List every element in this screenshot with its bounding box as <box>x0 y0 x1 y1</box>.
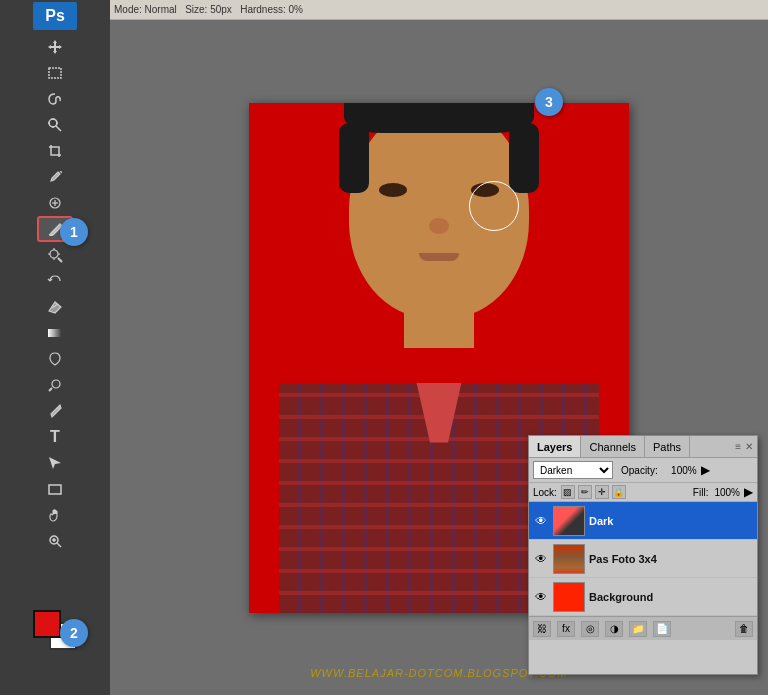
panel-close-icon[interactable]: ✕ <box>745 441 757 452</box>
thumb-pas-foto <box>553 544 585 574</box>
svg-point-17 <box>52 380 60 388</box>
nose <box>429 218 449 234</box>
tab-paths[interactable]: Paths <box>645 436 690 457</box>
blend-opacity-row: Darken Opacity: 100% ▶ <box>529 458 757 483</box>
gradient-tool[interactable] <box>37 320 73 346</box>
layers-tabs-bar: Layers Channels Paths ≡ ✕ <box>529 436 757 458</box>
opacity-arrow[interactable]: ▶ <box>701 463 710 477</box>
layer-background-name: Background <box>589 591 653 603</box>
mouth <box>419 253 459 261</box>
tool-group: T <box>0 34 110 554</box>
shape-tool[interactable] <box>37 476 73 502</box>
lock-fill-row: Lock: ▨ ✏ ✛ 🔒 Fill: 100% ▶ <box>529 483 757 502</box>
delete-layer-icon[interactable]: 🗑 <box>735 621 753 637</box>
hand-tool[interactable] <box>37 502 73 528</box>
lock-position-icon[interactable]: ✛ <box>595 485 609 499</box>
fill-label: Fill: <box>693 487 709 498</box>
layer-pas-foto[interactable]: 👁 Pas Foto 3x4 <box>529 540 757 578</box>
fill-value: 100% <box>714 487 740 498</box>
healing-brush-tool[interactable] <box>37 190 73 216</box>
face <box>349 103 529 318</box>
left-eye <box>379 183 407 197</box>
lock-image-icon[interactable]: ✏ <box>578 485 592 499</box>
eyedropper-tool[interactable] <box>37 164 73 190</box>
layer-fx-icon[interactable]: fx <box>557 621 575 637</box>
eye-background[interactable]: 👁 <box>533 589 549 605</box>
eye-pas-foto[interactable]: 👁 <box>533 551 549 567</box>
link-layers-icon[interactable]: ⛓ <box>533 621 551 637</box>
layers-bottom-bar: ⛓ fx ◎ ◑ 📁 📄 🗑 <box>529 616 757 640</box>
zoom-tool[interactable] <box>37 528 73 554</box>
history-brush-tool[interactable] <box>37 268 73 294</box>
thumb-background <box>553 582 585 612</box>
opacity-value: 100% <box>662 465 697 476</box>
foreground-color-box[interactable] <box>33 610 61 638</box>
thumb-dark <box>553 506 585 536</box>
panel-menu-icon[interactable]: ≡ <box>735 441 745 452</box>
layers-list: 👁 Dark 👁 Pas Foto 3x4 👁 Background <box>529 502 757 616</box>
lasso-tool[interactable] <box>37 86 73 112</box>
eraser-tool[interactable] <box>37 294 73 320</box>
hair-left <box>339 123 369 193</box>
options-bar: Mode: Normal Size: 50px Hardness: 0% <box>110 0 768 20</box>
add-mask-icon[interactable]: ◎ <box>581 621 599 637</box>
svg-point-10 <box>50 250 58 258</box>
layer-background[interactable]: 👁 Background <box>529 578 757 616</box>
lock-all-icon[interactable]: 🔒 <box>612 485 626 499</box>
right-eye <box>471 183 499 197</box>
adjustment-icon[interactable]: ◑ <box>605 621 623 637</box>
lock-label: Lock: <box>533 487 557 498</box>
hair-right <box>509 123 539 193</box>
svg-line-21 <box>57 543 61 547</box>
blend-mode-select[interactable]: Darken <box>533 461 613 479</box>
new-layer-icon[interactable]: 📄 <box>653 621 671 637</box>
hair <box>344 103 534 133</box>
svg-point-2 <box>49 119 57 127</box>
blur-tool[interactable] <box>37 346 73 372</box>
svg-line-18 <box>49 388 52 391</box>
layer-dark-name: Dark <box>589 515 613 527</box>
move-tool[interactable] <box>37 34 73 60</box>
lock-icons: ▨ ✏ ✛ 🔒 <box>561 485 626 499</box>
svg-line-1 <box>56 126 61 131</box>
clone-stamp-tool[interactable] <box>37 242 73 268</box>
svg-rect-19 <box>49 485 61 494</box>
badge-3: 3 <box>535 88 563 116</box>
eye-dark[interactable]: 👁 <box>533 513 549 529</box>
options-text: Mode: Normal Size: 50px Hardness: 0% <box>114 4 303 15</box>
badge-1: 1 <box>60 218 88 246</box>
layer-dark[interactable]: 👁 Dark <box>529 502 757 540</box>
fill-arrow[interactable]: ▶ <box>744 485 753 499</box>
badge-2: 2 <box>60 619 88 647</box>
marquee-tool[interactable] <box>37 60 73 86</box>
tab-layers[interactable]: Layers <box>529 436 581 457</box>
pen-tool[interactable] <box>37 398 73 424</box>
layers-panel: Layers Channels Paths ≡ ✕ Darken Opacity… <box>528 435 758 675</box>
magic-wand-tool[interactable] <box>37 112 73 138</box>
svg-rect-16 <box>48 329 62 337</box>
new-group-icon[interactable]: 📁 <box>629 621 647 637</box>
dodge-tool[interactable] <box>37 372 73 398</box>
svg-rect-0 <box>49 68 61 78</box>
ps-logo: Ps <box>33 2 77 30</box>
tab-channels[interactable]: Channels <box>581 436 644 457</box>
text-tool[interactable]: T <box>37 424 73 450</box>
left-toolbar: Ps <box>0 0 110 695</box>
lock-transparent-icon[interactable]: ▨ <box>561 485 575 499</box>
opacity-label: Opacity: <box>621 465 658 476</box>
layer-pas-foto-name: Pas Foto 3x4 <box>589 553 657 565</box>
path-select-tool[interactable] <box>37 450 73 476</box>
crop-tool[interactable] <box>37 138 73 164</box>
